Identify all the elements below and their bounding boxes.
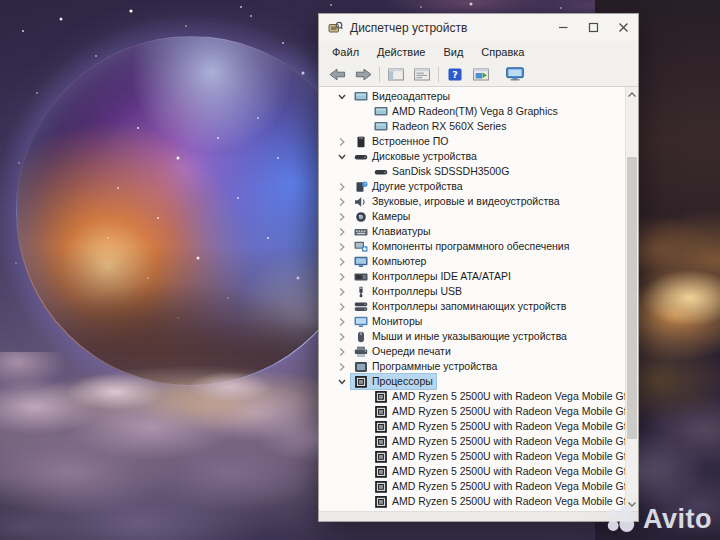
tree-item[interactable]: AMD Ryzen 5 2500U with Radeon Vega Mobil…: [319, 434, 638, 449]
chevron-right-icon[interactable]: [337, 181, 351, 193]
forward-button[interactable]: [350, 64, 376, 84]
chevron-right-icon[interactable]: [337, 211, 351, 223]
chevron-right-icon[interactable]: [337, 301, 351, 313]
tree-item[interactable]: AMD Ryzen 5 2500U with Radeon Vega Mobil…: [319, 494, 638, 509]
chevron-right-icon[interactable]: [337, 346, 351, 358]
menu-action[interactable]: Действие: [368, 46, 434, 58]
tree-item-body[interactable]: ?Другие устройства: [351, 179, 466, 194]
tree-item[interactable]: AMD Ryzen 5 2500U with Radeon Vega Mobil…: [319, 449, 638, 464]
tree-item-body[interactable]: AMD Ryzen 5 2500U with Radeon Vega Mobil…: [371, 464, 635, 479]
tree-item-body[interactable]: AMD Radeon(TM) Vega 8 Graphics: [371, 104, 561, 119]
tree-item-body[interactable]: AMD Ryzen 5 2500U with Radeon Vega Mobil…: [371, 494, 635, 509]
tree-item-body[interactable]: Контроллеры USB: [351, 284, 465, 299]
tree-item[interactable]: Мыши и иные указывающие устройства: [319, 329, 638, 344]
tree-item[interactable]: ?Другие устройства: [319, 179, 638, 194]
chevron-right-icon[interactable]: [337, 196, 351, 208]
tree-item-body[interactable]: Камеры: [351, 209, 413, 224]
cpu-icon: [374, 451, 388, 463]
tree-item-body[interactable]: Видеоадаптеры: [351, 89, 453, 104]
tree-item[interactable]: Клавиатуры: [319, 224, 638, 239]
chevron-right-icon[interactable]: [337, 256, 351, 268]
show-console-tree-button[interactable]: [383, 64, 409, 84]
software-component-icon: [354, 241, 368, 253]
scan-hardware-button[interactable]: [468, 64, 494, 84]
tree-item-body[interactable]: AMD Ryzen 5 2500U with Radeon Vega Mobil…: [371, 434, 635, 449]
tree-item-body[interactable]: Звуковые, игровые и видеоустройства: [351, 194, 563, 209]
tree-item[interactable]: AMD Ryzen 5 2500U with Radeon Vega Mobil…: [319, 404, 638, 419]
tree-item[interactable]: Очереди печати: [319, 344, 638, 359]
chevron-down-icon[interactable]: [337, 91, 351, 103]
tree-item[interactable]: Radeon RX 560X Series: [319, 119, 638, 134]
tree-item-body[interactable]: AMD Ryzen 5 2500U with Radeon Vega Mobil…: [371, 449, 635, 464]
chevron-down-icon[interactable]: [337, 376, 351, 388]
unknown-device-icon: ?: [354, 181, 368, 193]
chevron-down-icon[interactable]: [337, 151, 351, 163]
properties-button[interactable]: [409, 64, 435, 84]
tree-item-label: Встроенное ПО: [372, 134, 449, 149]
tree-item-body[interactable]: Контроллеры IDE ATA/ATAPI: [351, 269, 514, 284]
minimize-button[interactable]: [548, 14, 578, 41]
menu-file[interactable]: Файл: [323, 46, 368, 58]
tree-item[interactable]: SanDisk SDSSDH3500G: [319, 164, 638, 179]
tree-item[interactable]: Компоненты программного обеспечения: [319, 239, 638, 254]
chevron-right-icon[interactable]: [337, 286, 351, 298]
tree-item-body[interactable]: Компоненты программного обеспечения: [351, 239, 572, 254]
close-button[interactable]: [608, 14, 638, 41]
vertical-scrollbar[interactable]: [625, 87, 638, 511]
tree-item[interactable]: AMD Ryzen 5 2500U with Radeon Vega Mobil…: [319, 479, 638, 494]
titlebar[interactable]: Диспетчер устройств: [319, 14, 638, 41]
tree-item[interactable]: Контроллеры запоминающих устройств: [319, 299, 638, 314]
tree-item-body[interactable]: Мониторы: [351, 314, 425, 329]
mouse-icon: [354, 331, 368, 343]
tree-item-body[interactable]: Очереди печати: [351, 344, 454, 359]
tree-item[interactable]: Звуковые, игровые и видеоустройства: [319, 194, 638, 209]
chevron-right-icon[interactable]: [337, 271, 351, 283]
tree-item-body[interactable]: Контроллеры запоминающих устройств: [351, 299, 569, 314]
chevron-right-icon[interactable]: [337, 136, 351, 148]
tree-item-body[interactable]: SanDisk SDSSDH3500G: [371, 164, 512, 179]
tree-item-body[interactable]: Дисковые устройства: [351, 149, 480, 164]
menu-help[interactable]: Справка: [472, 46, 533, 58]
tree-item[interactable]: AMD Ryzen 5 2500U with Radeon Vega Mobil…: [319, 389, 638, 404]
maximize-button[interactable]: [578, 14, 608, 41]
tree-item-body[interactable]: AMD Ryzen 5 2500U with Radeon Vega Mobil…: [371, 389, 635, 404]
back-button[interactable]: [324, 64, 350, 84]
tree-item-selected[interactable]: Процессоры: [351, 374, 436, 389]
chevron-right-icon[interactable]: [337, 226, 351, 238]
tree-item[interactable]: Мониторы: [319, 314, 638, 329]
tree-item[interactable]: Камеры: [319, 209, 638, 224]
chevron-right-icon[interactable]: [337, 241, 351, 253]
tree-item[interactable]: AMD Ryzen 5 2500U with Radeon Vega Mobil…: [319, 419, 638, 434]
cpu-icon: [374, 391, 388, 403]
chevron-right-icon[interactable]: [337, 331, 351, 343]
tree-item-label: Программные устройства: [372, 359, 497, 374]
menu-view[interactable]: Вид: [434, 46, 472, 58]
tree-item[interactable]: Процессоры: [319, 374, 638, 389]
chevron-right-icon[interactable]: [337, 361, 351, 373]
devices-button[interactable]: [502, 64, 528, 84]
scrollbar-thumb[interactable]: [627, 157, 637, 439]
printer-icon: [354, 346, 368, 358]
tree-item[interactable]: Компьютер: [319, 254, 638, 269]
tree-item-body[interactable]: AMD Ryzen 5 2500U with Radeon Vega Mobil…: [371, 479, 635, 494]
tree-item[interactable]: Встроенное ПО: [319, 134, 638, 149]
tree-item-body[interactable]: Компьютер: [351, 254, 429, 269]
scroll-up-icon[interactable]: [626, 88, 638, 101]
chevron-right-icon[interactable]: [337, 316, 351, 328]
cpu-icon: [354, 376, 368, 388]
tree-item[interactable]: Видеоадаптеры: [319, 89, 638, 104]
tree-item[interactable]: AMD Radeon(TM) Vega 8 Graphics: [319, 104, 638, 119]
tree-item-body[interactable]: Встроенное ПО: [351, 134, 452, 149]
tree-item[interactable]: Контроллеры IDE ATA/ATAPI: [319, 269, 638, 284]
tree-item-body[interactable]: Клавиатуры: [351, 224, 434, 239]
tree-item[interactable]: Контроллеры USB: [319, 284, 638, 299]
help-button[interactable]: ?: [442, 64, 468, 84]
tree-item-body[interactable]: AMD Ryzen 5 2500U with Radeon Vega Mobil…: [371, 404, 635, 419]
tree-item-body[interactable]: AMD Ryzen 5 2500U with Radeon Vega Mobil…: [371, 419, 635, 434]
tree-item[interactable]: Дисковые устройства: [319, 149, 638, 164]
tree-item-body[interactable]: Программные устройства: [351, 359, 500, 374]
tree-item[interactable]: Программные устройства: [319, 359, 638, 374]
tree-item-body[interactable]: Мыши и иные указывающие устройства: [351, 329, 570, 344]
tree-item-body[interactable]: Radeon RX 560X Series: [371, 119, 509, 134]
tree-item[interactable]: AMD Ryzen 5 2500U with Radeon Vega Mobil…: [319, 464, 638, 479]
